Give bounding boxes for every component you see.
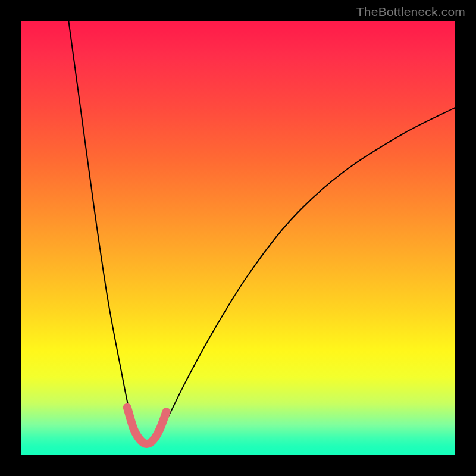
right-curve [147,108,455,444]
plot-area [21,21,455,455]
chart-container: TheBottleneck.com [0,0,476,476]
highlight-band [127,408,167,444]
left-curve [68,21,146,444]
watermark-text: TheBottleneck.com [356,5,465,19]
curve-overlay [21,21,455,455]
